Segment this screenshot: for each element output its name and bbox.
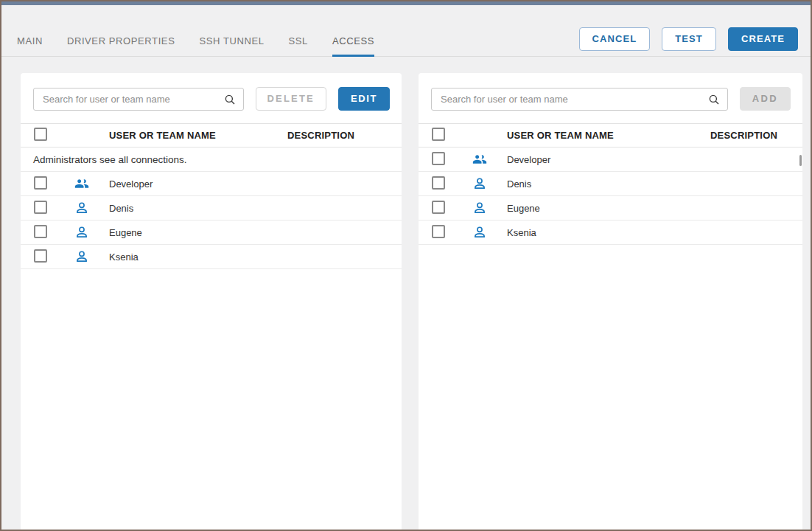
row-checkbox[interactable] [432, 225, 445, 238]
row-checkbox-cell [34, 201, 72, 216]
row-name: Denis [109, 203, 287, 214]
delete-button[interactable]: DELETE [256, 87, 326, 111]
row-checkbox[interactable] [432, 152, 445, 165]
available-table-header: USER OR TEAM NAME DESCRIPTION [419, 123, 802, 148]
select-all-checkbox[interactable] [34, 128, 47, 141]
row-checkbox[interactable] [34, 225, 47, 238]
granted-table-body: Developer Denis Eugene [21, 172, 402, 269]
team-icon [472, 152, 487, 167]
row-name: Eugene [109, 227, 287, 238]
available-table-body: Developer Denis Eugene [419, 148, 802, 245]
row-checkbox-cell [34, 176, 72, 192]
row-checkbox[interactable] [432, 201, 445, 214]
dialog-header: MAINDRIVER PROPERTIESSSH TUNNELSSLACCESS… [1, 5, 811, 57]
team-icon [74, 176, 89, 191]
row-name: Eugene [507, 203, 710, 214]
create-button[interactable]: CREATE [728, 27, 798, 51]
granted-toolbar: DELETE EDIT [21, 73, 402, 123]
select-all-cell [34, 128, 72, 143]
admins-info-row: Administrators see all connections. [21, 148, 402, 172]
user-icon [472, 201, 487, 215]
table-row[interactable]: Eugene [21, 221, 402, 245]
row-name: Developer [507, 154, 710, 165]
row-checkbox[interactable] [34, 176, 47, 190]
test-button[interactable]: TEST [662, 27, 716, 51]
description-column-header: DESCRIPTION [710, 130, 802, 141]
row-name: Ksenia [507, 227, 710, 238]
connection-create-dialog: MAINDRIVER PROPERTIESSSH TUNNELSSLACCESS… [0, 0, 812, 531]
add-button[interactable]: ADD [740, 87, 791, 111]
search-input[interactable] [34, 88, 243, 110]
available-users-panel: ADD USER OR TEAM NAME DESCRIPTION Develo… [419, 73, 802, 530]
user-icon [74, 201, 89, 215]
tab-ssl[interactable]: SSL [289, 35, 308, 57]
table-row[interactable]: Eugene [419, 196, 802, 221]
row-checkbox-cell [432, 152, 470, 167]
row-checkbox[interactable] [34, 201, 47, 214]
tab-ssh-tunnel[interactable]: SSH TUNNEL [199, 35, 264, 57]
vertical-scrollbar-thumb[interactable] [799, 155, 802, 166]
table-row[interactable]: Developer [419, 148, 802, 172]
row-checkbox[interactable] [432, 176, 445, 190]
granted-table-header: USER OR TEAM NAME DESCRIPTION [21, 123, 402, 148]
available-searchbox [431, 88, 728, 111]
tab-main[interactable]: MAIN [17, 35, 43, 57]
row-checkbox-cell [432, 225, 470, 240]
edit-button[interactable]: EDIT [338, 87, 390, 111]
table-row[interactable]: Denis [21, 196, 402, 221]
table-row[interactable]: Ksenia [419, 221, 802, 245]
user-icon [74, 225, 89, 240]
user-icon [74, 249, 89, 264]
name-column-header: USER OR TEAM NAME [507, 130, 710, 141]
search-input[interactable] [432, 88, 727, 110]
description-column-header: DESCRIPTION [287, 130, 402, 141]
tab-bar: MAINDRIVER PROPERTIESSSH TUNNELSSLACCESS [17, 35, 374, 57]
dialog-action-buttons: CANCEL TEST CREATE [579, 27, 798, 51]
row-name: Denis [507, 178, 710, 190]
available-toolbar: ADD [419, 73, 802, 123]
name-column-header: USER OR TEAM NAME [109, 130, 287, 141]
tab-access[interactable]: ACCESS [332, 35, 374, 57]
access-tab-content: DELETE EDIT USER OR TEAM NAME DESCRIPTIO… [1, 57, 811, 530]
row-name: Ksenia [109, 251, 287, 263]
tab-driver-properties[interactable]: DRIVER PROPERTIES [67, 35, 175, 57]
table-row[interactable]: Denis [419, 172, 802, 196]
user-icon [472, 176, 487, 191]
row-checkbox-cell [34, 249, 72, 265]
row-checkbox-cell [432, 201, 470, 216]
cancel-button[interactable]: CANCEL [579, 27, 651, 51]
row-checkbox-cell [34, 225, 72, 240]
granted-access-panel: DELETE EDIT USER OR TEAM NAME DESCRIPTIO… [21, 73, 402, 530]
row-checkbox[interactable] [34, 249, 47, 263]
row-checkbox-cell [432, 176, 470, 192]
select-all-cell [432, 128, 470, 143]
select-all-checkbox[interactable] [432, 128, 445, 141]
table-row[interactable]: Ksenia [21, 245, 402, 269]
granted-searchbox [33, 88, 244, 111]
user-icon [472, 225, 487, 240]
row-name: Developer [109, 178, 287, 190]
table-row[interactable]: Developer [21, 172, 402, 196]
